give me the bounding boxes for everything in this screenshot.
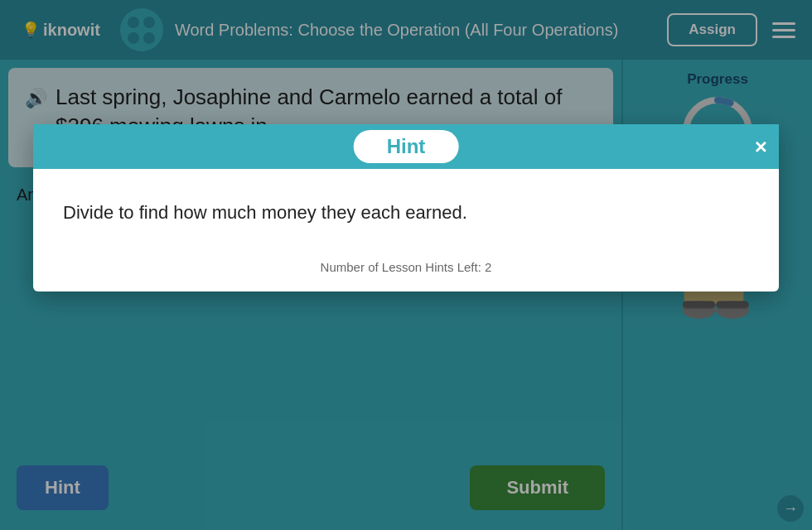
hint-modal-header: Hint × <box>33 124 779 169</box>
hint-close-button[interactable]: × <box>755 136 767 157</box>
hint-modal: Hint × Divide to find how much money the… <box>33 124 779 292</box>
hint-modal-title: Hint <box>387 135 426 157</box>
hint-content: Divide to find how much money they each … <box>63 199 749 226</box>
hint-title-pill: Hint <box>354 130 459 163</box>
hint-modal-overlay: Hint × Divide to find how much money the… <box>0 0 812 530</box>
hint-footer: Number of Lesson Hints Left: 2 <box>33 252 779 292</box>
hints-left-label: Number of Lesson Hints Left: 2 <box>321 260 492 274</box>
hint-modal-body: Divide to find how much money they each … <box>33 169 779 252</box>
